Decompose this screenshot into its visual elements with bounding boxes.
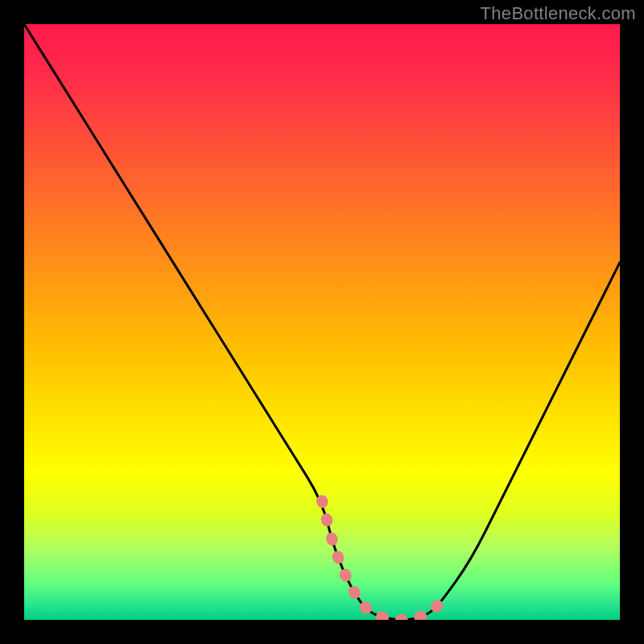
plot-area: [24, 24, 620, 620]
bottleneck-curve: [24, 24, 620, 620]
curve-svg: [24, 24, 620, 620]
chart-container: TheBottleneck.com: [0, 0, 644, 644]
watermark-text: TheBottleneck.com: [481, 3, 636, 24]
highlight-segment: [322, 501, 441, 620]
